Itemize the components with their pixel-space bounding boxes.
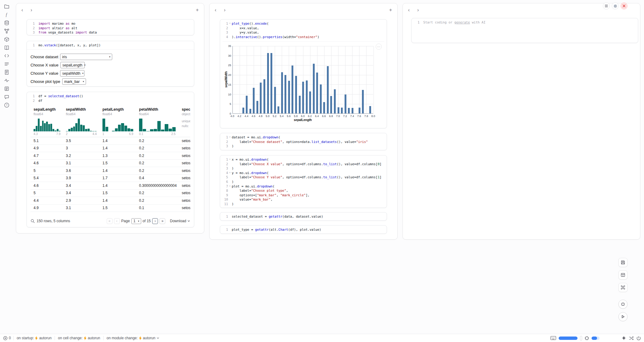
code-line[interactable]: 3): [220, 144, 384, 148]
ai-chat-icon[interactable]: [3, 94, 10, 100]
autorun-chip[interactable]: on cell change:autorun: [55, 336, 103, 340]
save-button[interactable]: [618, 258, 628, 267]
autorun-chip[interactable]: on module change:autorun: [104, 336, 163, 340]
code-line[interactable]: 6): [220, 180, 384, 184]
shuffle-icon[interactable]: [629, 336, 634, 340]
code-line[interactable]: 4˅y = mo.ui.dropdown(: [220, 171, 384, 175]
page-select[interactable]: 1▾: [131, 218, 141, 224]
interrupt-button[interactable]: [618, 300, 628, 309]
column-next-button[interactable]: ›: [415, 7, 421, 13]
code-line[interactable]: 3 y=y.value,: [220, 30, 384, 35]
first-page-button[interactable]: «: [107, 218, 113, 224]
settings-button[interactable]: [612, 2, 619, 9]
tracing-icon[interactable]: [3, 78, 10, 83]
autorun-chip[interactable]: on startup:autorun: [14, 336, 55, 340]
chart-plot-area[interactable]: [232, 46, 373, 114]
logs-icon[interactable]: [3, 61, 10, 67]
code-line[interactable]: 2 label="Choose dataset", options=data.l…: [220, 140, 384, 144]
code-line[interactable]: 1plot_type = getattr(alt.Chart(df), plot…: [220, 227, 384, 232]
table-row[interactable]: 53.41.50.2setosa: [30, 190, 190, 197]
code-line[interactable]: 8 label="Choose plot type",: [220, 188, 384, 193]
code-line[interactable]: 3from vega_datasets import data: [27, 30, 191, 35]
code-line[interactable]: 1˅x = mo.ui.dropdown(: [220, 157, 384, 162]
files-icon[interactable]: [3, 4, 10, 9]
code-line[interactable]: 1df = selected_dataset(): [27, 94, 191, 98]
column-header[interactable]: petalLengthfloat6416.9: [99, 105, 136, 136]
code-line[interactable]: 1selected_dataset = getattr(data, datase…: [220, 214, 384, 219]
code-line[interactable]: 1˅dataset = mo.ui.dropdown(: [220, 135, 384, 140]
plot-type-select[interactable]: mark_bar▾: [62, 78, 86, 85]
column-header[interactable]: sepalLengthfloat644.37.9: [30, 105, 63, 136]
column-prev-button[interactable]: ‹: [406, 7, 412, 13]
run-button[interactable]: [618, 312, 628, 321]
column-next-button[interactable]: ›: [222, 7, 228, 13]
add-cell-button[interactable]: +: [388, 7, 394, 13]
table-row[interactable]: 4.931.40.2setosa: [30, 145, 190, 152]
generate-link[interactable]: generate: [454, 20, 470, 24]
code-line[interactable]: 1import marimo as mo: [27, 21, 191, 26]
code-cell-dataset-dropdown[interactable]: 1˅dataset = mo.ui.dropdown(2 label="Choo…: [220, 133, 387, 150]
altair-chart[interactable]: 4.04.24.44.64.85.05.25.45.65.86.06.26.46…: [223, 42, 384, 126]
column-header[interactable]: petalWidthfloat640.12.5: [136, 105, 179, 136]
cpu-icon[interactable]: [585, 336, 589, 340]
table-row[interactable]: 4.42.91.40.2setosa: [30, 197, 190, 205]
code-cell-vstack[interactable]: 1mo.vstack([dataset, x, y, plot]) Choose…: [27, 41, 194, 87]
code-line[interactable]: 10 value="mark_bar",: [220, 197, 384, 202]
code-line[interactable]: 1 Start coding or generate with AI: [412, 20, 635, 25]
code-cell-xy-dropdowns[interactable]: 1˅x = mo.ui.dropdown(2 label="Choose X v…: [220, 155, 387, 208]
code-line[interactable]: 11): [220, 202, 384, 206]
table-row[interactable]: 5.43.91.70.4setosa: [30, 175, 190, 182]
error-indicator[interactable]: 0: [3, 336, 13, 340]
x-value-select[interactable]: sepalLength▾: [60, 62, 85, 68]
table-row[interactable]: 4.93.11.50.1setosa: [30, 205, 190, 212]
help-icon[interactable]: ?: [3, 102, 10, 108]
table-row[interactable]: 5.13.51.40.2setosa: [30, 137, 190, 145]
column-header[interactable]: sepalWidthfloat6424.4: [63, 105, 99, 136]
code-line[interactable]: 7˅plot = mo.ui.dropdown(: [220, 184, 384, 189]
docs-icon[interactable]: [3, 45, 10, 50]
chart-menu-button[interactable]: ⋯: [376, 44, 382, 50]
code-line[interactable]: 2df: [27, 98, 191, 103]
code-line[interactable]: 1mo.vstack([dataset, x, y, plot]): [27, 43, 191, 48]
code-cell-plot-type[interactable]: 1plot_type = getattr(alt.Chart(df), plot…: [220, 225, 387, 234]
empty-code-cell[interactable]: 1 Start coding or generate with AI: [411, 18, 638, 43]
shutdown-button[interactable]: [621, 2, 628, 9]
layout-button[interactable]: [618, 270, 628, 280]
table-row[interactable]: 4.63.11.50.2setosa: [30, 160, 190, 167]
scratchpad-icon[interactable]: [3, 69, 10, 75]
ai-sparkle-icon[interactable]: [621, 336, 626, 340]
code-line[interactable]: 2import altair as alt: [27, 26, 191, 30]
table-row[interactable]: 4.63.41.40.30000000000000004setosa: [30, 182, 190, 190]
column-prev-button[interactable]: ‹: [19, 7, 25, 13]
keyboard-icon[interactable]: [550, 336, 556, 340]
table-row[interactable]: 4.73.21.30.2setosa: [30, 152, 190, 160]
next-page-button[interactable]: ›: [152, 218, 158, 224]
outline-icon[interactable]: [3, 86, 10, 91]
snippets-icon[interactable]: [3, 53, 10, 59]
code-line[interactable]: 1˅plot_type().encode(: [220, 21, 384, 26]
last-page-button[interactable]: »: [159, 218, 165, 224]
keyboard-shortcuts-button[interactable]: [618, 283, 628, 292]
code-line[interactable]: 2 label="Choose X value", options=df.col…: [220, 162, 384, 166]
code-line[interactable]: 9 options=["mark_bar", "mark_circle"],: [220, 193, 384, 198]
code-cell-imports[interactable]: 1import marimo as mo2import altair as al…: [27, 19, 194, 35]
code-line[interactable]: 5 label="Choose Y value", options=df.col…: [220, 175, 384, 180]
code-line[interactable]: 4).interactive().properties(width="conta…: [220, 35, 384, 39]
code-line[interactable]: 3): [220, 166, 384, 171]
y-value-select[interactable]: sepalWidth▾: [60, 70, 84, 77]
datasets-icon[interactable]: [3, 20, 10, 26]
code-cell-dataframe[interactable]: 1df = selected_dataset()2df sepalLengthf…: [27, 92, 194, 227]
code-cell-plot[interactable]: 1˅plot_type().encode(2 x=x.value,3 y=y.v…: [220, 19, 387, 128]
power-icon[interactable]: [636, 336, 641, 340]
packages-icon[interactable]: [3, 37, 10, 42]
table-row[interactable]: 53.61.40.2setosa: [30, 167, 190, 175]
column-header[interactable]: speciesobjectunique:nulls:: [179, 105, 190, 136]
code-line[interactable]: 2 x=x.value,: [220, 26, 384, 30]
code-cell-selected-dataset[interactable]: 1selected_dataset = getattr(data, datase…: [220, 212, 387, 221]
menu-button[interactable]: [603, 2, 610, 9]
dependencies-icon[interactable]: [3, 28, 10, 34]
column-prev-button[interactable]: ‹: [213, 7, 219, 13]
notebook-icon[interactable]: f: [3, 12, 10, 17]
download-button[interactable]: Download: [170, 219, 190, 223]
search-icon[interactable]: [30, 219, 35, 223]
